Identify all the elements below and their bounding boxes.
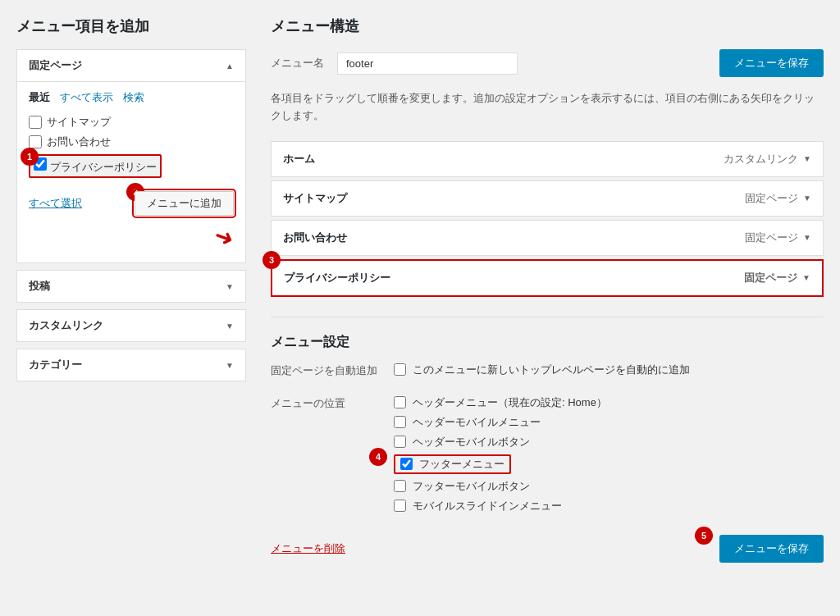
accordion-posts-header[interactable]: 投稿 ▼	[17, 271, 245, 302]
position-footer-mobile-btn-label: フッターモバイルボタン	[413, 479, 530, 494]
menu-item-sitemap-type: 固定ページ ▼	[745, 191, 811, 206]
right-title: メニュー構造	[271, 16, 824, 36]
menu-item-home-label: ホーム	[283, 152, 315, 167]
settings-position-label: メニューの位置	[271, 395, 377, 518]
checkbox-contact-label: お問い合わせ	[47, 135, 111, 149]
accordion-fixed-label: 固定ページ	[29, 58, 82, 73]
auto-add-checkbox-item: このメニューに新しいトップレベルページを自動的に追加	[394, 363, 824, 377]
auto-add-description: このメニューに新しいトップレベルページを自動的に追加	[413, 363, 690, 377]
menu-item-home: ホーム カスタムリンク ▼	[271, 141, 824, 177]
position-footer-menu: 4 フッターメニュー	[394, 454, 824, 474]
save-menu-button-bottom[interactable]: メニューを保存	[719, 535, 824, 563]
position-footer-mobile-btn-checkbox[interactable]	[394, 480, 406, 492]
menu-item-privacy-wrapper: 3 プライバシーポリシー 固定ページ ▼	[271, 259, 824, 297]
menu-name-row: メニュー名 メニューを保存	[271, 49, 824, 77]
position-footer-menu-checkbox[interactable]	[400, 458, 413, 470]
checkbox-sitemap: サイトマップ	[29, 115, 234, 130]
accordion-category: カテゴリー ▼	[16, 349, 246, 381]
accordion-category-header[interactable]: カテゴリー ▼	[17, 349, 245, 381]
position-header-mobile-btn-checkbox[interactable]	[394, 436, 406, 448]
accordion-fixed-content: 最近 すべて表示 検索 サイトマップ お問い合わせ 1	[17, 81, 245, 262]
position-header-menu: ヘッダーメニュー（現在の設定: Home）	[394, 395, 824, 410]
description-text: 各項目をドラッグして順番を変更します。追加の設定オプションを表示するには、項目の…	[271, 90, 824, 125]
menu-item-privacy-chevron-icon[interactable]: ▼	[802, 273, 810, 282]
tabs-row: 最近 すべて表示 検索	[29, 90, 234, 105]
select-all-link[interactable]: すべて選択	[29, 196, 82, 211]
bottom-row: メニューを削除 5 メニューを保存	[271, 535, 824, 563]
position-mobile-slide-checkbox[interactable]	[394, 500, 406, 512]
checkbox-contact: お問い合わせ	[29, 135, 234, 149]
position-mobile-slide-label: モバイルスライドインメニュー	[413, 499, 562, 513]
position-footer-mobile-btn: フッターモバイルボタン	[394, 479, 824, 494]
checkbox-sitemap-label: サイトマップ	[47, 115, 111, 130]
menu-settings-title: メニュー設定	[271, 334, 824, 351]
accordion-posts-label: 投稿	[29, 279, 50, 294]
menu-item-home-type: カスタムリンク ▼	[724, 152, 811, 167]
menu-name-input[interactable]	[337, 52, 518, 75]
settings-auto-add-value: このメニューに新しいトップレベルページを自動的に追加	[394, 363, 824, 382]
settings-position-value: ヘッダーメニュー（現在の設定: Home） ヘッダーモバイルメニュー ヘッダーモ…	[394, 395, 824, 518]
accordion-posts-arrow-icon: ▼	[226, 282, 234, 291]
position-header-menu-checkbox[interactable]	[394, 396, 406, 408]
accordion-custom-header[interactable]: カスタムリンク ▼	[17, 310, 245, 341]
accordion-custom-label: カスタムリンク	[29, 318, 103, 333]
menu-item-sitemap-chevron-icon[interactable]: ▼	[803, 194, 811, 203]
footer-menu-item-box: フッターメニュー	[394, 454, 511, 474]
menu-item-contact-label: お問い合わせ	[283, 230, 347, 245]
menu-item-sitemap: サイトマップ 固定ページ ▼	[271, 180, 824, 217]
accordion-custom-arrow-icon: ▼	[226, 322, 234, 331]
position-header-mobile-menu-label: ヘッダーモバイルメニュー	[413, 415, 541, 430]
menu-item-contact-type-label: 固定ページ	[745, 230, 798, 245]
position-header-mobile-btn-label: ヘッダーモバイルボタン	[413, 435, 530, 449]
accordion-category-label: カテゴリー	[29, 358, 82, 372]
accordion-posts: 投稿 ▼	[16, 270, 246, 303]
menu-item-sitemap-label: サイトマップ	[283, 191, 347, 206]
auto-add-checkbox[interactable]	[394, 363, 406, 376]
settings-auto-add-row: 固定ページを自動追加 このメニューに新しいトップレベルページを自動的に追加	[271, 363, 824, 382]
checkbox-sitemap-input[interactable]	[29, 116, 42, 129]
save-menu-button-top[interactable]: メニューを保存	[719, 49, 824, 77]
position-header-mobile-menu: ヘッダーモバイルメニュー	[394, 415, 824, 430]
main-container: メニュー項目を追加 固定ページ ▲ 最近 すべて表示 検索 サイトマップ	[16, 16, 824, 563]
accordion-fixed-header[interactable]: 固定ページ ▲	[17, 50, 245, 81]
arrow-indicator-icon: ➜	[211, 221, 238, 253]
accordion-custom-link: カスタムリンク ▼	[16, 309, 246, 342]
checkbox-privacy-row: 1 プライバシーポリシー	[29, 154, 162, 178]
checkbox-privacy-label: プライバシーポリシー	[50, 161, 157, 173]
menu-settings-section: メニュー設定 固定ページを自動追加 このメニューに新しいトップレベルページを自動…	[271, 317, 824, 518]
menu-item-privacy-type-label: 固定ページ	[744, 271, 797, 285]
menu-item-privacy: プライバシーポリシー 固定ページ ▼	[271, 259, 824, 297]
menu-item-sitemap-type-label: 固定ページ	[745, 191, 798, 206]
add-to-menu-button[interactable]: メニューに追加	[135, 191, 234, 216]
menu-item-privacy-type: 固定ページ ▼	[744, 271, 810, 285]
menu-item-contact-type: 固定ページ ▼	[745, 230, 811, 245]
accordion-fixed-pages: 固定ページ ▲ 最近 すべて表示 検索 サイトマップ お問い合わせ	[16, 49, 246, 263]
accordion-fixed-arrow-icon: ▲	[226, 62, 234, 71]
accordion-category-arrow-icon: ▼	[226, 361, 234, 370]
position-footer-menu-label: フッターメニュー	[419, 457, 504, 472]
select-all-row: すべて選択 2 メニューに追加	[29, 191, 234, 216]
step-badge-3: 3	[262, 251, 281, 269]
step-badge-4: 4	[369, 448, 387, 466]
tab-all[interactable]: すべて表示	[60, 90, 113, 105]
step-badge-1: 1	[21, 148, 39, 166]
menu-item-home-chevron-icon[interactable]: ▼	[803, 154, 811, 163]
menu-name-label: メニュー名	[271, 56, 324, 71]
menu-items-list: ホーム カスタムリンク ▼ サイトマップ 固定ページ ▼ お問い合わせ 固定ペー…	[271, 141, 824, 297]
menu-item-contact-chevron-icon[interactable]: ▼	[803, 233, 811, 242]
checkbox-contact-input[interactable]	[29, 135, 42, 148]
left-panel: メニュー項目を追加 固定ページ ▲ 最近 すべて表示 検索 サイトマップ	[16, 16, 246, 563]
settings-auto-add-label: 固定ページを自動追加	[271, 363, 377, 382]
save-btn-wrapper: 5 メニューを保存	[719, 535, 824, 563]
right-panel: メニュー構造 メニュー名 メニューを保存 各項目をドラッグして順番を変更します。…	[271, 16, 824, 563]
delete-menu-link[interactable]: メニューを削除	[271, 541, 345, 556]
tab-search[interactable]: 検索	[123, 90, 144, 105]
position-header-menu-label: ヘッダーメニュー（現在の設定: Home）	[413, 395, 607, 410]
position-header-mobile-menu-checkbox[interactable]	[394, 416, 406, 428]
footer-menu-wrapper: フッターメニュー	[394, 454, 511, 474]
step-badge-5: 5	[695, 527, 713, 545]
menu-item-privacy-label: プライバシーポリシー	[284, 271, 390, 285]
tab-recent[interactable]: 最近	[29, 90, 50, 105]
privacy-item-box: プライバシーポリシー	[29, 154, 162, 178]
position-mobile-slide: モバイルスライドインメニュー	[394, 499, 824, 513]
